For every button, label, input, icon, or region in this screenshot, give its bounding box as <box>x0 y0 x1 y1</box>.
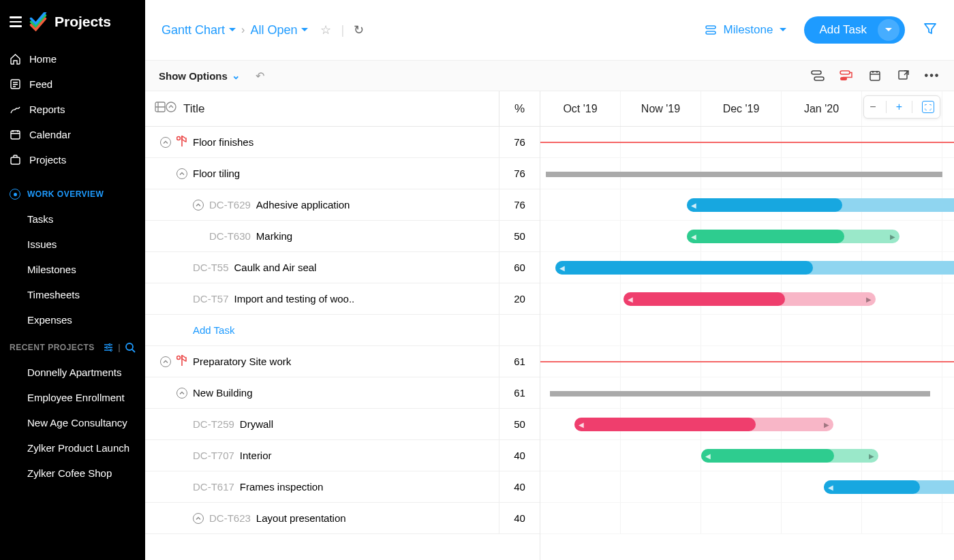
milestone-bar[interactable] <box>540 142 954 143</box>
favorite-star-icon[interactable]: ☆ <box>320 22 331 37</box>
breadcrumb-filter[interactable]: All Open <box>250 23 308 37</box>
task-row[interactable]: DC-T617Frames inspection40 <box>145 471 540 503</box>
column-config-icon[interactable] <box>155 102 166 116</box>
summary-bar[interactable] <box>546 172 942 177</box>
nav-item-feed[interactable]: Feed <box>0 72 145 97</box>
recent-project-item[interactable]: Zylker Cofee Shop <box>0 461 145 486</box>
bar-handle-right[interactable]: ▶ <box>866 296 872 303</box>
collapse-toggle[interactable] <box>193 513 204 524</box>
bar-handle-left[interactable]: ◀ <box>691 233 696 240</box>
task-row[interactable]: DC-T259Drywall50 <box>145 409 540 440</box>
task-row[interactable]: Floor finishes76 <box>145 127 540 158</box>
collapse-toggle[interactable] <box>193 200 204 211</box>
svg-rect-13 <box>870 72 880 80</box>
zoom-fit-button[interactable]: ⛶ <box>922 101 934 113</box>
add-task-link[interactable]: Add Task <box>193 324 234 336</box>
recent-projects-label: RECENT PROJECTS <box>10 343 95 352</box>
bar-handle-left[interactable]: ◀ <box>828 484 833 491</box>
timeline-body: ◀▶◀▶◀▶◀▶◀▶◀▶◀▶ <box>540 127 954 534</box>
zoom-in-button[interactable]: + <box>896 101 902 113</box>
critical-path-icon[interactable] <box>838 67 855 84</box>
timeline-row: ◀▶ <box>540 283 954 315</box>
recent-project-item[interactable]: New Age Consultancy <box>0 410 145 435</box>
task-row[interactable]: DC-T707Interior40 <box>145 440 540 471</box>
add-task-button[interactable]: Add Task <box>804 16 905 44</box>
show-options-toggle[interactable]: Show Options ⌄ <box>159 69 241 82</box>
bar-handle-left[interactable]: ◀ <box>579 421 584 429</box>
task-compact-icon[interactable] <box>810 67 826 84</box>
filter-icon[interactable] <box>923 21 938 39</box>
svg-rect-12 <box>840 77 847 80</box>
timeline-pane[interactable]: Oct '19Now '19Dec '19Jan '20Feb'20Mar'20… <box>540 91 954 560</box>
sidebar-item-milestones[interactable]: Milestones <box>0 257 145 282</box>
milestone-icon <box>705 24 717 36</box>
timeline-row <box>540 377 954 409</box>
task-title-text: New Building <box>193 387 253 399</box>
milestone-bar[interactable] <box>540 361 954 362</box>
fullscreen-icon[interactable] <box>895 67 912 84</box>
collapse-toggle[interactable] <box>160 137 171 148</box>
search-icon[interactable] <box>125 342 136 353</box>
task-row[interactable]: DC-T623Layout presentation40 <box>145 503 540 534</box>
collapse-toggle[interactable] <box>176 388 187 399</box>
percent-column-header[interactable]: % <box>499 91 540 126</box>
task-id: DC-T617 <box>193 481 234 493</box>
sidebar-item-issues[interactable]: Issues <box>0 232 145 257</box>
undo-icon[interactable]: ↶ <box>256 69 264 82</box>
hamburger-icon[interactable] <box>10 16 22 27</box>
collapse-toggle[interactable] <box>176 168 187 179</box>
task-bar[interactable]: ◀▶ <box>687 198 954 212</box>
nav-item-calendar[interactable]: Calendar <box>0 122 145 147</box>
task-title-text: Adhesive application <box>256 199 350 211</box>
sidebar-item-tasks[interactable]: Tasks <box>0 206 145 232</box>
task-title-text: Drywall <box>240 418 273 430</box>
task-row[interactable]: Add Task <box>145 315 540 346</box>
today-icon[interactable] <box>867 67 883 84</box>
bar-handle-right[interactable]: ▶ <box>869 452 874 460</box>
more-icon[interactable]: ••• <box>924 67 940 84</box>
task-row[interactable]: DC-T57Import and testing of woo..20 <box>145 283 540 315</box>
task-title-text: Marking <box>256 230 292 242</box>
bar-handle-right[interactable]: ▶ <box>890 233 895 240</box>
nav-item-home[interactable]: Home <box>0 46 145 72</box>
task-bar[interactable]: ◀▶ <box>701 449 878 463</box>
summary-bar[interactable] <box>550 391 930 396</box>
task-bar[interactable]: ◀▶ <box>824 480 954 494</box>
collapse-toggle[interactable] <box>160 356 171 367</box>
zoom-controls: − + ⛶ <box>863 95 940 119</box>
bar-handle-left[interactable]: ◀ <box>691 202 696 209</box>
recent-project-item[interactable]: Donnelly Apartments <box>0 360 145 385</box>
milestone-flag-icon <box>176 354 187 369</box>
bar-handle-right[interactable]: ▶ <box>824 421 829 429</box>
refresh-icon[interactable]: ↻ <box>354 22 364 37</box>
recent-project-item[interactable]: Zylker Product Launch <box>0 435 145 461</box>
bar-handle-left[interactable]: ◀ <box>628 296 633 303</box>
task-bar[interactable]: ◀▶ <box>687 230 899 243</box>
nav-item-reports[interactable]: Reports <box>0 97 145 122</box>
task-bar[interactable]: ◀▶ <box>624 292 876 306</box>
sidebar-item-timesheets[interactable]: Timesheets <box>0 282 145 307</box>
title-column-header[interactable]: Title <box>183 102 205 116</box>
month-header: Jan '20 <box>782 91 862 126</box>
task-row[interactable]: DC-T630Marking50 <box>145 221 540 252</box>
milestone-dropdown[interactable]: Milestone <box>705 23 787 37</box>
zoom-out-button[interactable]: − <box>870 101 876 113</box>
task-bar[interactable]: ◀▶ <box>555 261 954 275</box>
task-row[interactable]: New Building61 <box>145 377 540 409</box>
nav-item-projects[interactable]: Projects <box>0 147 145 172</box>
task-bar[interactable]: ◀▶ <box>574 418 833 431</box>
settings-sliders-icon[interactable] <box>103 342 114 353</box>
task-row[interactable]: Floor tiling76 <box>145 158 540 189</box>
breadcrumb-view[interactable]: Gantt Chart <box>161 23 236 37</box>
bar-handle-left[interactable]: ◀ <box>559 264 565 272</box>
bar-handle-left[interactable]: ◀ <box>705 452 711 460</box>
expand-all-icon[interactable] <box>166 102 176 116</box>
sidebar-item-expenses[interactable]: Expenses <box>0 307 145 332</box>
task-row[interactable]: Preparatory Site work61 <box>145 346 540 377</box>
add-task-dropdown[interactable] <box>878 19 899 41</box>
task-row[interactable]: DC-T55Caulk and Air seal60 <box>145 252 540 283</box>
recent-project-item[interactable]: Employee Enrollment <box>0 385 145 410</box>
task-row[interactable]: DC-T629Adhesive application76 <box>145 189 540 221</box>
milestone-flag-icon <box>176 134 187 150</box>
work-overview-header[interactable]: WORK OVERVIEW <box>0 182 145 206</box>
